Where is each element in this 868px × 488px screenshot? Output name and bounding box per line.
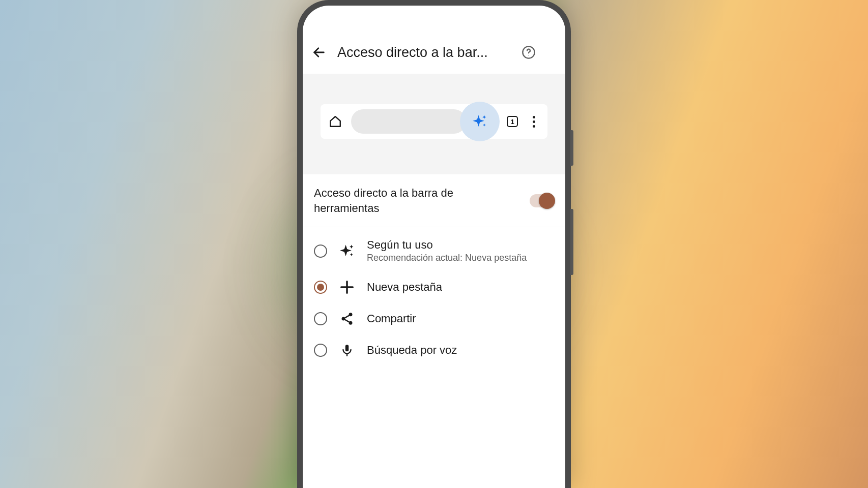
svg-point-7 — [349, 321, 353, 325]
radio-button[interactable] — [314, 245, 327, 258]
toggle-switch[interactable] — [530, 194, 554, 207]
radio-button[interactable] — [314, 312, 327, 325]
option-label: Nueva pestaña — [367, 281, 554, 294]
toolbar-preview: 1 — [321, 104, 547, 139]
tabs-icon: 1 — [506, 115, 519, 128]
sparkle-icon — [339, 243, 355, 259]
option-share[interactable]: Compartir — [303, 303, 565, 334]
toggle-knob — [539, 193, 555, 209]
svg-point-5 — [349, 313, 353, 317]
phone-power-button — [570, 130, 573, 166]
shortcut-options-list: Según tu uso Recomendación actual: Nueva… — [303, 227, 565, 369]
svg-rect-8 — [345, 345, 349, 352]
option-voice-search[interactable]: Búsqueda por voz — [303, 334, 565, 366]
option-label: Búsqueda por voz — [367, 344, 554, 357]
toolbar-shortcut-toggle-row[interactable]: Acceso directo a la barra de herramienta… — [303, 174, 565, 227]
toolbar-preview-section: 1 — [303, 74, 565, 174]
option-sublabel: Recomendación actual: Nueva pestaña — [367, 253, 554, 263]
radio-button[interactable] — [314, 344, 327, 357]
option-label: Según tu uso — [367, 238, 554, 252]
home-icon — [329, 115, 342, 128]
more-menu-icon — [528, 116, 539, 128]
microphone-icon — [339, 343, 355, 358]
shortcut-highlight — [460, 102, 500, 141]
svg-point-6 — [342, 317, 345, 321]
radio-button[interactable] — [314, 281, 327, 294]
sparkle-icon — [472, 114, 487, 129]
phone-mockup-frame: Acceso directo a la bar... 1 — [297, 0, 571, 488]
option-new-tab[interactable]: Nueva pestaña — [303, 271, 565, 303]
help-button[interactable] — [522, 45, 536, 59]
arrow-back-icon — [312, 45, 326, 59]
option-based-on-usage[interactable]: Según tu uso Recomendación actual: Nueva… — [303, 230, 565, 271]
tabs-count: 1 — [510, 118, 514, 126]
toggle-label: Acceso directo a la barra de herramienta… — [314, 186, 519, 216]
help-icon — [522, 45, 536, 59]
url-bar-placeholder — [351, 109, 466, 134]
share-icon — [339, 311, 355, 326]
back-button[interactable] — [312, 45, 326, 59]
option-label: Compartir — [367, 312, 554, 325]
phone-screen: Acceso directo a la bar... 1 — [303, 6, 565, 488]
phone-volume-button — [570, 209, 573, 275]
page-title: Acceso directo a la bar... — [337, 45, 510, 60]
svg-point-2 — [528, 55, 529, 55]
plus-icon — [339, 280, 355, 295]
app-bar: Acceso directo a la bar... — [303, 31, 565, 74]
